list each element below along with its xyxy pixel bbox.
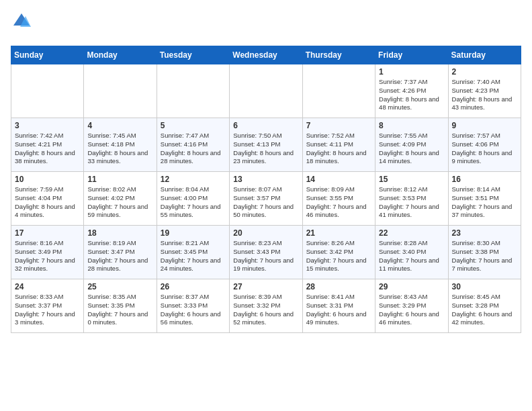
calendar-cell (11, 64, 84, 118)
day-number: 2 (452, 67, 517, 77)
day-info: Sunrise: 8:37 AM Sunset: 3:33 PM Dayligh… (161, 293, 226, 327)
calendar-cell: 24Sunrise: 8:33 AM Sunset: 3:37 PM Dayli… (11, 279, 84, 333)
calendar-cell: 2Sunrise: 7:40 AM Sunset: 4:23 PM Daylig… (448, 64, 521, 118)
calendar-week-5: 24Sunrise: 8:33 AM Sunset: 3:37 PM Dayli… (11, 279, 521, 333)
day-number: 15 (379, 175, 444, 184)
calendar-cell (84, 64, 157, 118)
day-info: Sunrise: 8:45 AM Sunset: 3:28 PM Dayligh… (452, 293, 517, 327)
day-number: 1 (379, 67, 444, 77)
day-info: Sunrise: 7:57 AM Sunset: 4:06 PM Dayligh… (452, 132, 517, 166)
calendar-cell: 8Sunrise: 7:55 AM Sunset: 4:09 PM Daylig… (375, 118, 448, 172)
calendar-cell: 14Sunrise: 8:09 AM Sunset: 3:55 PM Dayli… (302, 172, 375, 226)
day-info: Sunrise: 8:09 AM Sunset: 3:55 PM Dayligh… (306, 185, 371, 220)
day-info: Sunrise: 7:37 AM Sunset: 4:26 PM Dayligh… (379, 78, 444, 112)
day-number: 7 (306, 121, 371, 130)
page: SundayMondayTuesdayWednesdayThursdayFrid… (0, 0, 532, 340)
day-number: 28 (306, 282, 371, 291)
day-info: Sunrise: 8:30 AM Sunset: 3:38 PM Dayligh… (452, 239, 517, 273)
calendar-header-row: SundayMondayTuesdayWednesdayThursdayFrid… (11, 46, 521, 64)
day-number: 24 (15, 282, 80, 291)
day-number: 18 (87, 228, 152, 238)
day-number: 17 (15, 228, 80, 238)
day-number: 16 (452, 175, 517, 184)
calendar-cell: 28Sunrise: 8:41 AM Sunset: 3:31 PM Dayli… (302, 279, 375, 333)
day-number: 12 (161, 175, 226, 184)
day-info: Sunrise: 8:12 AM Sunset: 3:53 PM Dayligh… (379, 185, 444, 220)
day-number: 29 (379, 282, 444, 291)
calendar-cell (230, 64, 302, 118)
col-header-tuesday: Tuesday (157, 46, 229, 64)
calendar-week-1: 1Sunrise: 7:37 AM Sunset: 4:26 PM Daylig… (11, 64, 521, 118)
day-info: Sunrise: 7:42 AM Sunset: 4:21 PM Dayligh… (15, 132, 80, 166)
day-info: Sunrise: 8:33 AM Sunset: 3:37 PM Dayligh… (15, 293, 80, 327)
calendar-week-2: 3Sunrise: 7:42 AM Sunset: 4:21 PM Daylig… (11, 118, 521, 172)
calendar-cell: 16Sunrise: 8:14 AM Sunset: 3:51 PM Dayli… (448, 172, 521, 226)
calendar-cell: 15Sunrise: 8:12 AM Sunset: 3:53 PM Dayli… (375, 172, 448, 226)
day-info: Sunrise: 8:14 AM Sunset: 3:51 PM Dayligh… (452, 185, 517, 220)
logo-icon (12, 11, 31, 30)
logo (11, 11, 31, 42)
day-number: 22 (379, 228, 444, 238)
day-info: Sunrise: 7:52 AM Sunset: 4:11 PM Dayligh… (306, 132, 371, 166)
day-number: 21 (306, 228, 371, 238)
day-number: 3 (15, 121, 80, 130)
day-number: 11 (87, 175, 152, 184)
day-number: 10 (15, 175, 80, 184)
day-number: 25 (87, 282, 152, 291)
col-header-thursday: Thursday (302, 46, 375, 64)
day-info: Sunrise: 8:04 AM Sunset: 4:00 PM Dayligh… (161, 185, 226, 220)
day-info: Sunrise: 8:16 AM Sunset: 3:49 PM Dayligh… (15, 239, 80, 273)
day-info: Sunrise: 8:41 AM Sunset: 3:31 PM Dayligh… (306, 293, 371, 327)
col-header-friday: Friday (375, 46, 448, 64)
day-info: Sunrise: 7:45 AM Sunset: 4:18 PM Dayligh… (87, 132, 152, 166)
calendar-cell (302, 64, 375, 118)
calendar-cell: 18Sunrise: 8:19 AM Sunset: 3:47 PM Dayli… (84, 226, 157, 279)
day-info: Sunrise: 7:50 AM Sunset: 4:13 PM Dayligh… (233, 132, 298, 166)
col-header-monday: Monday (84, 46, 157, 64)
day-info: Sunrise: 8:26 AM Sunset: 3:42 PM Dayligh… (306, 239, 371, 273)
calendar-week-4: 17Sunrise: 8:16 AM Sunset: 3:49 PM Dayli… (11, 226, 521, 279)
calendar-week-3: 10Sunrise: 7:59 AM Sunset: 4:04 PM Dayli… (11, 172, 521, 226)
calendar-cell: 26Sunrise: 8:37 AM Sunset: 3:33 PM Dayli… (157, 279, 229, 333)
day-info: Sunrise: 7:47 AM Sunset: 4:16 PM Dayligh… (161, 132, 226, 166)
calendar-table: SundayMondayTuesdayWednesdayThursdayFrid… (11, 46, 521, 333)
day-info: Sunrise: 8:02 AM Sunset: 4:02 PM Dayligh… (87, 185, 152, 220)
calendar-cell: 27Sunrise: 8:39 AM Sunset: 3:32 PM Dayli… (230, 279, 302, 333)
calendar-cell: 29Sunrise: 8:43 AM Sunset: 3:29 PM Dayli… (375, 279, 448, 333)
calendar-cell (157, 64, 229, 118)
day-number: 4 (87, 121, 152, 130)
calendar-cell: 17Sunrise: 8:16 AM Sunset: 3:49 PM Dayli… (11, 226, 84, 279)
calendar-cell: 3Sunrise: 7:42 AM Sunset: 4:21 PM Daylig… (11, 118, 84, 172)
day-number: 8 (379, 121, 444, 130)
col-header-wednesday: Wednesday (230, 46, 302, 64)
day-number: 26 (161, 282, 226, 291)
day-info: Sunrise: 8:23 AM Sunset: 3:43 PM Dayligh… (233, 239, 298, 273)
day-info: Sunrise: 8:39 AM Sunset: 3:32 PM Dayligh… (233, 293, 298, 327)
day-number: 14 (306, 175, 371, 184)
calendar-cell: 19Sunrise: 8:21 AM Sunset: 3:45 PM Dayli… (157, 226, 229, 279)
day-number: 23 (452, 228, 517, 238)
day-number: 6 (233, 121, 298, 130)
col-header-saturday: Saturday (448, 46, 521, 64)
calendar-cell: 6Sunrise: 7:50 AM Sunset: 4:13 PM Daylig… (230, 118, 302, 172)
day-number: 5 (161, 121, 226, 130)
calendar-cell: 7Sunrise: 7:52 AM Sunset: 4:11 PM Daylig… (302, 118, 375, 172)
header (11, 11, 521, 42)
calendar-cell: 4Sunrise: 7:45 AM Sunset: 4:18 PM Daylig… (84, 118, 157, 172)
calendar-cell: 9Sunrise: 7:57 AM Sunset: 4:06 PM Daylig… (448, 118, 521, 172)
calendar-cell: 25Sunrise: 8:35 AM Sunset: 3:35 PM Dayli… (84, 279, 157, 333)
calendar-cell: 11Sunrise: 8:02 AM Sunset: 4:02 PM Dayli… (84, 172, 157, 226)
calendar-cell: 22Sunrise: 8:28 AM Sunset: 3:40 PM Dayli… (375, 226, 448, 279)
calendar-cell: 13Sunrise: 8:07 AM Sunset: 3:57 PM Dayli… (230, 172, 302, 226)
day-number: 9 (452, 121, 517, 130)
day-number: 19 (161, 228, 226, 238)
calendar-cell: 5Sunrise: 7:47 AM Sunset: 4:16 PM Daylig… (157, 118, 229, 172)
col-header-sunday: Sunday (11, 46, 84, 64)
day-info: Sunrise: 8:43 AM Sunset: 3:29 PM Dayligh… (379, 293, 444, 327)
day-info: Sunrise: 8:28 AM Sunset: 3:40 PM Dayligh… (379, 239, 444, 273)
calendar-cell: 23Sunrise: 8:30 AM Sunset: 3:38 PM Dayli… (448, 226, 521, 279)
calendar-cell: 21Sunrise: 8:26 AM Sunset: 3:42 PM Dayli… (302, 226, 375, 279)
day-info: Sunrise: 8:35 AM Sunset: 3:35 PM Dayligh… (87, 293, 152, 327)
day-info: Sunrise: 7:40 AM Sunset: 4:23 PM Dayligh… (452, 78, 517, 112)
day-number: 27 (233, 282, 298, 291)
